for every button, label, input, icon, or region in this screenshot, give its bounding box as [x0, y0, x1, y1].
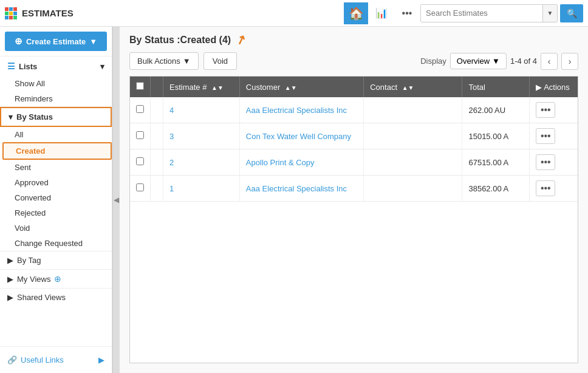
row-estimate-number[interactable]: 2 — [163, 149, 240, 176]
next-page-button[interactable]: › — [561, 53, 578, 70]
lists-label[interactable]: ☰ Lists ▾ — [0, 56, 112, 76]
reports-button[interactable]: 📊 — [369, 2, 394, 24]
search-dropdown-button[interactable]: ▼ — [542, 5, 557, 22]
sidebar-lists-section: ☰ Lists ▾ Show All Reminders — [0, 56, 112, 106]
header-customer[interactable]: Customer ▲▼ — [239, 77, 363, 97]
shared-views-item[interactable]: ▶ Shared Views — [0, 289, 112, 306]
link-icon: 🔗 — [7, 355, 17, 364]
my-views-chevron: ▶ — [7, 275, 13, 284]
void-label: Void — [213, 56, 228, 66]
page-info: 1-4 of 4 — [510, 56, 537, 66]
search-input[interactable] — [421, 5, 542, 22]
row-total: 262.00 AU — [462, 97, 530, 123]
prev-page-button[interactable]: ‹ — [541, 53, 558, 70]
my-views-add-icon[interactable]: ⊕ — [54, 274, 61, 284]
estimate-link[interactable]: 1 — [169, 184, 174, 193]
row-checkbox-cell[interactable] — [130, 97, 151, 123]
select-all-checkbox[interactable] — [136, 82, 144, 90]
page-title: By Status :Created (4) ↗ — [129, 33, 578, 47]
status-void-item[interactable]: Void — [2, 221, 112, 236]
status-items: All Created Sent Approved Converted — [0, 127, 112, 251]
table-row: 1 Aaa Electrical Specialists Inc 38562.0… — [130, 176, 578, 202]
list-icon: ☰ — [7, 61, 15, 71]
sidebar-bottom: 🔗 Useful Links ▶ — [0, 346, 112, 373]
create-estimate-button[interactable]: ⊕ Create Estimate ▼ — [5, 32, 107, 51]
row-checkbox-cell[interactable] — [130, 123, 151, 149]
customer-link[interactable]: Aaa Electrical Specialists Inc — [246, 106, 347, 115]
row-actions-button[interactable]: ••• — [536, 180, 555, 196]
bulk-actions-label: Bulk Actions — [137, 56, 180, 66]
row-checkbox[interactable] — [136, 105, 144, 113]
estimates-table: Estimate # ▲▼ Customer ▲▼ Contact ▲▼ — [130, 77, 578, 202]
status-rejected-item[interactable]: Rejected — [2, 205, 112, 221]
estimate-sort-icon: ▲▼ — [211, 84, 224, 91]
row-estimate-number[interactable]: 4 — [163, 97, 240, 123]
search-go-button[interactable]: 🔍 — [560, 4, 583, 22]
home-icon: 🏠 — [349, 6, 364, 21]
arrow-indicator: ↗ — [234, 32, 248, 49]
search-wrapper: ▼ — [420, 4, 558, 22]
useful-links-item[interactable]: 🔗 Useful Links ▶ — [0, 351, 112, 369]
estimate-link[interactable]: 3 — [169, 132, 174, 141]
my-views-item[interactable]: ▶ My Views ⊕ — [0, 270, 112, 288]
estimates-grid-icon — [5, 7, 17, 19]
status-all-item[interactable]: All — [2, 127, 112, 142]
row-checkbox[interactable] — [136, 131, 144, 139]
reminders-item[interactable]: Reminders — [2, 91, 112, 106]
row-checkbox-cell[interactable] — [130, 176, 151, 202]
display-controls: Display Overview ▼ 1-4 of 4 ‹ › — [420, 53, 578, 70]
lists-chevron: ▾ — [100, 62, 104, 71]
overview-dropdown[interactable]: Overview ▼ — [450, 53, 507, 69]
bulk-actions-button[interactable]: Bulk Actions ▼ — [129, 52, 199, 70]
my-views-label: My Views — [17, 275, 50, 284]
row-checkbox[interactable] — [136, 157, 144, 165]
row-total: 38562.00 A — [462, 176, 530, 202]
plus-icon: ⊕ — [15, 36, 22, 47]
estimate-link[interactable]: 2 — [169, 158, 174, 167]
status-approved-item[interactable]: Approved — [2, 175, 112, 190]
row-customer[interactable]: Aaa Electrical Specialists Inc — [239, 176, 363, 202]
create-dropdown-icon: ▼ — [89, 37, 97, 46]
row-contact — [364, 149, 462, 176]
estimate-link[interactable]: 4 — [169, 106, 174, 115]
status-sent-item[interactable]: Sent — [2, 160, 112, 175]
row-checkbox[interactable] — [136, 183, 144, 191]
content-header: By Status :Created (4) ↗ Bulk Actions ▼ … — [120, 27, 588, 76]
header-checkbox[interactable] — [130, 77, 151, 97]
by-status-header[interactable]: ▾ By Status — [0, 107, 112, 127]
by-tag-chevron: ▶ — [7, 256, 13, 265]
customer-link[interactable]: Con Tex Water Well Company — [246, 132, 351, 141]
customer-link[interactable]: Aaa Electrical Specialists Inc — [246, 184, 347, 193]
more-button[interactable]: ••• — [395, 2, 419, 24]
header-actions[interactable]: ▶ Actions — [530, 77, 578, 97]
collapse-handle[interactable]: ◀ — [112, 27, 120, 373]
by-tag-label: By Tag — [17, 256, 41, 265]
header-expand — [151, 77, 163, 97]
row-customer[interactable]: Aaa Electrical Specialists Inc — [239, 97, 363, 123]
header-estimate-number[interactable]: Estimate # ▲▼ — [163, 77, 240, 97]
header-total[interactable]: Total — [462, 77, 530, 97]
row-actions-button[interactable]: ••• — [536, 154, 555, 170]
row-customer[interactable]: Con Tex Water Well Company — [239, 123, 363, 149]
row-estimate-number[interactable]: 3 — [163, 123, 240, 149]
show-all-item[interactable]: Show All — [2, 76, 112, 91]
row-checkbox-cell[interactable] — [130, 149, 151, 176]
row-customer[interactable]: Apollo Print & Copy — [239, 149, 363, 176]
by-tag-item[interactable]: ▶ By Tag — [0, 252, 112, 269]
row-actions-button[interactable]: ••• — [536, 102, 555, 118]
nav-icons: 🏠 📊 ••• ▼ 🔍 — [344, 2, 583, 24]
status-converted-item[interactable]: Converted — [2, 190, 112, 205]
right-arrow-icon: › — [569, 56, 572, 66]
void-button[interactable]: Void — [203, 52, 237, 70]
home-button[interactable]: 🏠 — [344, 2, 368, 24]
customer-link[interactable]: Apollo Print & Copy — [246, 158, 315, 167]
row-actions-cell: ••• — [530, 97, 578, 123]
header-contact[interactable]: Contact ▲▼ — [364, 77, 462, 97]
main-body: ⊕ Create Estimate ▼ ☰ Lists ▾ Show All R… — [0, 27, 588, 373]
status-created-item[interactable]: Created — [2, 142, 112, 160]
row-actions-button[interactable]: ••• — [536, 128, 555, 144]
display-label: Display — [420, 56, 446, 66]
status-change-requested-item[interactable]: Change Requested — [2, 236, 112, 251]
row-estimate-number[interactable]: 1 — [163, 176, 240, 202]
row-contact — [364, 97, 462, 123]
